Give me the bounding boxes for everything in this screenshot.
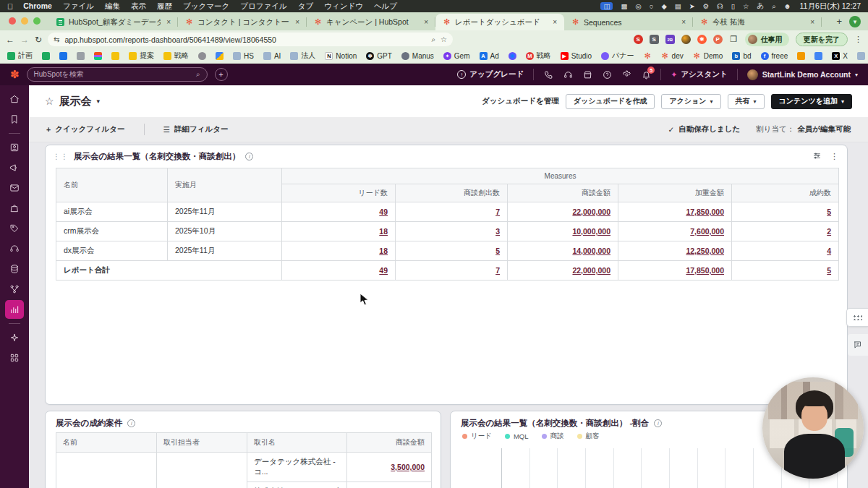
value-link[interactable]: 7 (495, 207, 500, 216)
deals-column-header[interactable]: 取引担当者 (157, 433, 247, 453)
upgrade-button[interactable]: ↑ アップグレード (457, 69, 524, 80)
deals-column-header[interactable]: 名前 (56, 433, 157, 453)
info-icon[interactable]: i (245, 153, 253, 160)
bookmark-item[interactable]: ✻ (644, 52, 652, 60)
extension-s-red-icon[interactable]: S (634, 35, 643, 44)
bookmark-item[interactable]: NNotion (325, 52, 357, 60)
assignment-status[interactable]: 割り当て：全員が編集可能 (756, 124, 851, 134)
menubar-item[interactable]: ファイル (63, 1, 94, 12)
menubar-item[interactable]: 編集 (105, 1, 120, 12)
reload-button[interactable]: ↻ (35, 35, 42, 45)
advanced-filter-button[interactable]: ☰ 詳細フィルター (163, 124, 229, 134)
webcam-overlay[interactable] (762, 377, 864, 479)
measure-column-header[interactable]: 商談創出数 (396, 184, 508, 202)
sidebar-item-marketing[interactable] (5, 158, 24, 177)
value-link[interactable]: 12,250,000 (686, 247, 724, 255)
value-link[interactable]: 3 (495, 227, 500, 236)
ring-icon[interactable]: ○ (650, 2, 654, 10)
deals-column-header[interactable]: 取引名 (247, 433, 347, 453)
browser-tab[interactable]: ✻レポートダッシュボード× (435, 14, 564, 30)
menubar-item[interactable]: タブ (298, 1, 314, 12)
bookmark-item[interactable]: Manus (401, 52, 434, 60)
extension-2b-icon[interactable]: 2B (665, 35, 675, 44)
info-icon[interactable]: i (654, 419, 662, 427)
dashboard-title-menu[interactable]: ☆ 展示会 ▾ (45, 95, 100, 108)
window-controls[interactable] (0, 17, 49, 30)
gear-icon[interactable]: ⚙ (703, 2, 710, 10)
record-icon[interactable]: ◎ (635, 2, 641, 10)
bookmark-item[interactable] (814, 52, 822, 60)
legend-item[interactable]: リード (462, 432, 492, 441)
screen-share-icon[interactable]: ◫ (600, 2, 613, 10)
sidebar-item-automation[interactable] (5, 280, 24, 299)
tab-close-icon[interactable]: × (422, 18, 430, 26)
wifi-icon[interactable]: ☆ (743, 2, 749, 10)
column-header-month[interactable]: 実施月 (168, 168, 282, 202)
bookmark-item[interactable] (509, 52, 516, 60)
create-dashboard-button[interactable]: ダッシュボードを作成 (566, 94, 655, 109)
report-menu-icon[interactable]: ⋮ (830, 152, 838, 161)
deals-column-header[interactable]: 商談金額 (347, 433, 432, 453)
floating-grip-button[interactable] (846, 308, 868, 327)
measure-column-header[interactable]: リード数 (282, 184, 396, 202)
floating-chat-button[interactable] (848, 334, 868, 356)
menubar-item[interactable]: 履歴 (157, 1, 172, 12)
assistant-button[interactable]: ✦ アシスタント (671, 69, 728, 80)
url-text[interactable]: app.hubspot.com/reports-dashboard/506414… (64, 35, 426, 44)
bookmark-item[interactable]: ES (857, 52, 868, 60)
value-link[interactable]: 22,000,000 (572, 266, 610, 275)
chrome-menu-icon[interactable]: ⋮ (854, 35, 862, 44)
value-link[interactable]: 18 (379, 227, 388, 236)
clipboard-icon[interactable]: ▤ (675, 2, 681, 10)
browser-tab[interactable]: ✻コンタクト | コンタクト一覧× (178, 14, 307, 30)
extensions-puzzle-icon[interactable]: ❒ (729, 35, 739, 44)
bookmark-star-icon[interactable]: ☆ (441, 35, 447, 43)
manage-dashboards-link[interactable]: ダッシュボードを管理 (482, 96, 559, 106)
battery-icon[interactable]: ▯ (731, 2, 735, 10)
bookmark-item[interactable] (797, 52, 805, 60)
value-link[interactable]: 14,000,000 (572, 247, 610, 255)
legend-item[interactable]: MQL (505, 432, 529, 441)
value-link[interactable]: 7,600,000 (690, 227, 724, 236)
forward-button[interactable]: → (20, 35, 29, 45)
hubspot-logo-icon[interactable]: ✽ (10, 68, 20, 81)
measure-column-header[interactable]: 加重金額 (618, 184, 732, 202)
actions-button[interactable]: アクション▾ (661, 94, 720, 109)
value-link[interactable]: 7 (495, 266, 500, 275)
extension-hubspot-icon[interactable]: ✱ (697, 35, 707, 44)
bookmark-item[interactable]: 戦略 (163, 51, 189, 61)
app-status-icon[interactable]: ▩ (621, 2, 627, 10)
tab-close-icon[interactable]: × (294, 18, 301, 26)
bookmark-item[interactable]: XX (832, 52, 848, 60)
value-link[interactable]: 2 (827, 227, 831, 236)
bookmark-item[interactable]: M戦略 (526, 51, 551, 61)
menubar-clock[interactable]: 11月6日(木) 12:27 (800, 1, 861, 12)
browser-tab[interactable]: ✻キャンペーン | HubSpot× (307, 14, 435, 30)
settings-icon[interactable] (621, 69, 631, 80)
phone-icon[interactable] (543, 69, 553, 80)
measure-column-header[interactable]: 成約数 (732, 184, 839, 202)
drag-handle-icon[interactable]: ⋮⋮ (53, 153, 69, 160)
value-link[interactable]: 3,500,000 (391, 463, 425, 471)
controller-icon[interactable]: ☊ (717, 2, 723, 10)
bookmark-item[interactable] (59, 52, 67, 60)
address-bar[interactable]: ⇆ app.hubspot.com/reports-dashboard/5064… (48, 33, 453, 46)
account-menu[interactable]: StartLink Demo Account ▾ (747, 69, 858, 80)
bookmark-item[interactable]: bbd (732, 52, 751, 60)
bookmark-item[interactable]: ffreee (761, 52, 788, 60)
tab-close-icon[interactable]: × (809, 18, 816, 26)
menubar-item[interactable]: ブックマーク (183, 1, 229, 12)
bookmark-item[interactable] (216, 52, 224, 60)
user-switch-icon[interactable]: ☻ (784, 2, 791, 10)
value-link[interactable]: 17,850,000 (686, 266, 724, 275)
quick-filter-button[interactable]: + クイックフィルター (46, 124, 125, 134)
value-link[interactable]: 5 (495, 247, 500, 255)
bookmark-item[interactable]: HS (233, 52, 254, 60)
input-source-icon[interactable]: あ (757, 1, 765, 11)
value-link[interactable]: 22,000,000 (572, 207, 610, 216)
site-info-icon[interactable]: ⇆ (54, 35, 59, 43)
bookmark-item[interactable]: 提案 (129, 51, 154, 61)
menubar-item[interactable]: ウィンドウ (324, 1, 363, 12)
value-link[interactable]: 10,000,000 (572, 227, 610, 236)
bookmark-item[interactable]: ▶Studio (561, 52, 592, 60)
